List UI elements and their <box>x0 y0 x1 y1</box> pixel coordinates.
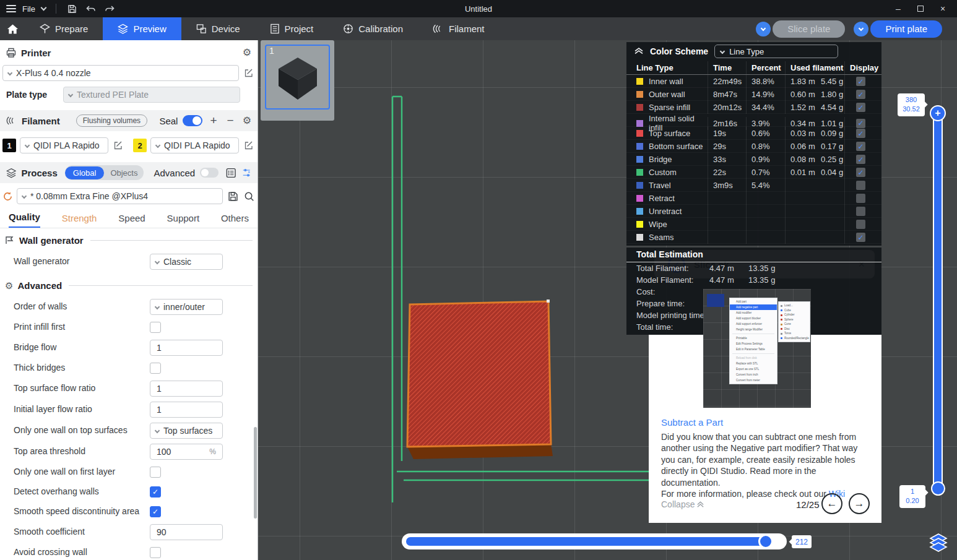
step-slider-value: 212 <box>792 535 812 548</box>
filament-2-edit-icon[interactable] <box>243 139 255 152</box>
setting-label: Only one wall on first layer <box>14 467 150 478</box>
step-slider[interactable] <box>402 533 787 549</box>
scope-objects[interactable]: Objects <box>104 166 144 179</box>
detect-overhang-walls-checkbox[interactable]: ✓ <box>150 486 161 498</box>
display-checkbox-top-surface[interactable]: ✓ <box>856 129 865 138</box>
tab-preview[interactable]: Preview <box>103 17 181 40</box>
close-button[interactable]: × <box>932 1 953 16</box>
save-icon[interactable] <box>66 2 79 15</box>
save-profile-icon[interactable] <box>227 190 239 202</box>
layer-slider-top-handle[interactable]: + <box>930 105 946 121</box>
slice-plate-dropdown[interactable] <box>756 22 771 37</box>
estimation-row-total-filament: Total Filament:4.47 m13.35 g <box>626 262 881 274</box>
filament-1-edit-icon[interactable] <box>112 139 124 152</box>
filament-2-select[interactable]: QIDI PLA Rapido <box>150 137 239 153</box>
parameter-list-icon[interactable] <box>226 168 236 178</box>
display-checkbox-bottom-surface[interactable]: ✓ <box>856 142 865 151</box>
plate-type-label: Plate type <box>2 90 59 100</box>
only-one-wall-on-first-layer-checkbox[interactable] <box>150 467 161 478</box>
display-checkbox-unretract[interactable] <box>856 207 865 216</box>
file-menu-chevron-icon[interactable] <box>41 5 47 11</box>
home-button[interactable] <box>0 17 25 40</box>
display-checkbox-bridge[interactable]: ✓ <box>856 155 865 164</box>
bridge-flow-input[interactable]: 1 <box>150 340 223 356</box>
file-menu[interactable]: File <box>22 4 35 14</box>
menu-icon[interactable] <box>6 5 16 12</box>
tip-next-button[interactable]: → <box>849 493 870 514</box>
smooth-speed-discontinuity-area-checkbox[interactable]: ✓ <box>150 506 161 517</box>
layer-range-slider[interactable] <box>933 109 943 494</box>
tip-context-menu: Add partAdd negative partAdd modifierAdd… <box>729 298 777 384</box>
add-filament-button[interactable]: + <box>210 114 217 127</box>
remove-filament-button[interactable]: − <box>227 114 234 127</box>
printer-settings-gear-icon[interactable]: ⚙ <box>243 48 251 58</box>
order-of-walls-select[interactable]: inner/outer <box>150 299 223 315</box>
only-one-wall-on-top-surfaces-select[interactable]: Top surfaces <box>150 423 223 439</box>
tip-counter: 12/25 <box>796 499 820 510</box>
print-plate-dropdown[interactable] <box>854 22 868 37</box>
tab-device[interactable]: Device <box>181 17 255 40</box>
process-tab-quality[interactable]: Quality <box>9 212 40 228</box>
process-tab-others[interactable]: Others <box>221 213 249 228</box>
advanced-toggle[interactable] <box>200 168 219 178</box>
thick-bridges-checkbox[interactable] <box>150 363 161 374</box>
initial-layer-flow-ratio-input[interactable]: 1 <box>150 402 223 418</box>
layer-slider-bottom-handle[interactable] <box>931 481 945 496</box>
wall-generator-select[interactable]: Classic <box>150 254 223 270</box>
process-tab-strength[interactable]: Strength <box>62 213 97 228</box>
tip-prev-button[interactable]: ← <box>821 493 842 514</box>
plate-type-select[interactable]: Textured PEI Plate <box>63 87 240 103</box>
undo-icon[interactable] <box>85 2 97 15</box>
avoid-crossing-wall-checkbox[interactable] <box>150 547 161 558</box>
display-checkbox-sparse-infill[interactable]: ✓ <box>856 103 865 112</box>
top-surface-flow-ratio-input[interactable]: 1 <box>150 381 223 397</box>
wipe-color-swatch <box>636 221 643 228</box>
tab-prepare[interactable]: Prepare <box>25 17 103 40</box>
printer-edit-icon[interactable] <box>243 67 255 79</box>
display-checkbox-retract[interactable] <box>856 194 865 203</box>
filament-1-swatch[interactable]: 1 <box>2 139 16 152</box>
scope-global[interactable]: Global <box>65 166 105 179</box>
setting-row-smooth-speed-discontinuity-area: Smooth speed discontinuity area✓ <box>0 504 258 519</box>
display-checkbox-seams[interactable]: ✓ <box>856 233 865 242</box>
flushing-volumes-button[interactable]: Flushing volumes <box>76 114 147 127</box>
process-tab-speed[interactable]: Speed <box>118 213 145 228</box>
maximize-button[interactable] <box>910 1 931 16</box>
tune-icon[interactable] <box>241 168 251 178</box>
tip-title[interactable]: Subtract a Part <box>661 417 723 428</box>
step-slider-handle[interactable] <box>758 534 773 549</box>
display-checkbox-outer-wall[interactable]: ✓ <box>856 90 865 99</box>
search-profile-icon[interactable] <box>243 190 255 202</box>
filament-settings-gear-icon[interactable]: ⚙ <box>243 116 251 126</box>
seal-toggle[interactable] <box>183 115 202 126</box>
slice-plate-button[interactable]: Slice plate <box>773 20 845 38</box>
collapse-button[interactable]: Collapse <box>661 499 704 509</box>
display-checkbox-custom[interactable]: ✓ <box>856 168 865 177</box>
filament-2-swatch[interactable]: 2 <box>133 139 147 152</box>
tab-filament[interactable]: Filament <box>418 17 500 40</box>
display-checkbox-wipe[interactable] <box>856 220 865 229</box>
print-plate-button[interactable]: Print plate <box>870 20 942 38</box>
mini-menu-item: Reload from disk <box>730 355 777 361</box>
redo-icon[interactable] <box>103 2 116 15</box>
printer-select[interactable]: X-Plus 4 0.4 nozzle <box>2 65 239 81</box>
minimize-button[interactable]: – <box>888 1 909 16</box>
display-checkbox-inner-wall[interactable]: ✓ <box>856 77 865 86</box>
print-infill-first-checkbox[interactable] <box>150 322 161 333</box>
layers-icon[interactable] <box>927 531 950 553</box>
tab-project[interactable]: Project <box>255 17 329 40</box>
process-tab-support[interactable]: Support <box>167 213 200 228</box>
tab-calibration[interactable]: Calibration <box>328 17 418 40</box>
filament-1-select[interactable]: QIDI PLA Rapido <box>20 137 108 153</box>
top-area-threshold-input[interactable]: 100% <box>150 444 223 460</box>
plate-thumbnail[interactable]: 1 <box>261 40 334 121</box>
process-section-icon <box>6 168 16 178</box>
sidebar-scrollbar[interactable] <box>254 427 257 519</box>
smooth-coefficient-input[interactable]: 90 <box>150 524 223 540</box>
display-checkbox-travel[interactable] <box>856 181 865 190</box>
view-mode-select[interactable]: Line Type <box>714 45 838 58</box>
process-profile-select[interactable]: * 0.08mm Extra Fine @XPlus4 <box>17 188 223 204</box>
reset-profile-icon[interactable] <box>2 191 13 202</box>
setting-row-smooth-coefficient: Smooth coefficient90 <box>0 524 258 540</box>
collapse-panel-icon[interactable] <box>634 47 644 56</box>
